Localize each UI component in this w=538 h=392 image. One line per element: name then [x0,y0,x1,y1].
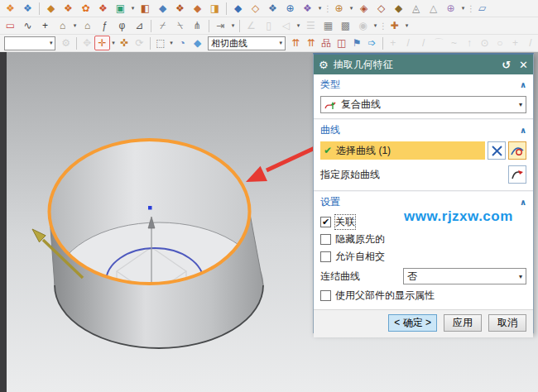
tb1-feature-icon-10[interactable]: ❖ [171,1,189,16]
tb3-point-on-curve-icon[interactable]: ✜ [117,36,132,50]
tb1-feature-icon-2[interactable]: ❖ [19,1,36,16]
toolbar-grip[interactable]: ⋮ [379,22,386,31]
tb2-datum-icon[interactable]: ✚ [386,18,403,33]
tb3-flag-icon[interactable]: ⚑ [349,36,364,50]
dropdown-arrow-icon[interactable]: ▾ [168,40,175,46]
tb3-dim-circle-icon[interactable]: ○ [492,36,507,50]
select-curve-field[interactable]: ✔ 选择曲线 (1) [320,141,485,160]
tb3-shaded-view-icon[interactable]: ◆ [190,36,204,50]
tb1-feature-icon-19[interactable]: ◈ [355,1,372,16]
tb2-angle-icon[interactable]: ∠ [243,18,260,33]
tb3-follow-fillet-icon[interactable]: ⇈ [303,36,318,50]
tb2-curve-icon-1[interactable]: ▭ [2,18,19,33]
tb2-profile-icon-2[interactable]: ⌂ [79,18,96,33]
tb2-mirror-icon[interactable]: ◁ [277,18,295,33]
selection-filter-combo[interactable]: ▾ [4,36,55,50]
tb1-feature-icon-25[interactable]: ▱ [473,1,491,16]
toolbar-grip[interactable]: ⋮ [324,4,330,13]
tb2-circle-icon[interactable]: φ [113,18,131,33]
tb1-feature-icon-3[interactable]: ◆ [42,1,60,16]
ok-button[interactable]: < 确定 > [388,314,437,332]
tb3-dim-plus-icon[interactable]: + [507,36,522,50]
tb2-pattern-icon[interactable]: ☰ [302,18,319,33]
chevron-up-icon[interactable]: ∧ [520,80,526,89]
parent-display-label[interactable]: 使用父部件的显示属性 [335,289,435,303]
tb3-dim-line-icon-3[interactable]: / [523,36,538,50]
tb1-feature-icon-15[interactable]: ❖ [264,1,281,16]
dropdown-arrow-icon[interactable]: ▾ [229,22,237,29]
tb1-feature-icon-5[interactable]: ✿ [77,1,94,16]
tb1-feature-icon-16[interactable]: ⊕ [281,1,299,16]
tb2-point-icon[interactable]: + [36,18,54,33]
tb1-feature-icon-17[interactable]: ❖ [299,1,316,16]
tb1-feature-icon-14[interactable]: ◇ [247,1,264,16]
toolbar-grip[interactable]: ⋮ [467,4,473,13]
tb1-feature-icon-4[interactable]: ❖ [60,1,77,16]
deselect-button[interactable] [488,141,506,160]
tb3-assembly-tree-icon[interactable]: 品 [319,36,334,50]
tb3-stop-at-intersection-icon[interactable]: ⇈ [288,36,303,50]
tb2-line-icon[interactable]: ⊿ [131,18,148,33]
curve-rule-combo[interactable]: 相切曲线▾ [208,36,286,50]
tb2-extend-icon[interactable]: ⋔ [189,18,206,33]
tb3-dim-arrow-icon[interactable]: ↑ [462,36,477,50]
dropdown-arrow-icon[interactable]: ▾ [71,22,79,29]
tb1-feature-icon-22[interactable]: ◬ [407,1,425,16]
tb3-dim-line-icon-1[interactable]: / [401,36,416,50]
tb1-feature-icon-13[interactable]: ◆ [229,1,247,16]
tb1-feature-icon-12[interactable]: ◨ [206,1,223,16]
parent-display-checkbox[interactable] [320,290,331,301]
tb1-feature-icon-9[interactable]: ◆ [154,1,171,16]
tb3-dim-spline-icon[interactable]: ~ [446,36,461,50]
dropdown-arrow-icon[interactable]: ▾ [129,5,137,12]
tb3-snap-point-icon[interactable]: ✛ [94,36,110,50]
tb3-gears-icon[interactable]: ⚙ [58,36,73,50]
tangent-curves-button[interactable] [508,141,526,160]
tb2-grid-icon-1[interactable]: ▦ [319,18,337,33]
tb3-dim-icon-1[interactable]: + [386,36,401,50]
associative-checkbox[interactable]: ✔ [320,217,331,227]
chevron-up-icon[interactable]: ∧ [520,126,526,135]
tb1-feature-icon-18[interactable]: ⊕ [330,1,348,16]
tb2-trim-icon-1[interactable]: ⌿ [154,18,171,33]
join-curves-combo[interactable]: 否 ▾ [403,268,526,284]
tb2-fillet-icon[interactable]: ƒ [96,18,113,33]
tb2-constraint-icon[interactable]: ◉ [354,18,372,33]
tb3-move-icon[interactable]: ✥ [79,36,94,50]
tb1-feature-icon-6[interactable]: ❖ [94,1,112,16]
tb2-spline-icon[interactable]: ∿ [19,18,36,33]
allow-self-intersect-label[interactable]: 允许自相交 [335,250,385,264]
tb3-dim-point-icon[interactable]: ⊙ [477,36,492,50]
tb1-feature-icon-21[interactable]: ◆ [390,1,407,16]
hide-original-checkbox[interactable] [320,234,331,245]
reset-icon[interactable]: ↺ [502,59,511,71]
close-icon[interactable]: ✕ [519,59,528,71]
dropdown-arrow-icon[interactable]: ▾ [459,5,467,12]
tb3-dim-arc-icon[interactable]: ⌒ [431,36,446,50]
tb3-forward-icon[interactable]: ➩ [364,36,379,50]
tb3-rotate-icon[interactable]: ⟳ [132,36,147,50]
tb1-feature-icon-8[interactable]: ◧ [137,1,154,16]
allow-self-intersect-checkbox[interactable] [320,251,331,262]
tb2-profile-icon[interactable]: ⌂ [54,18,71,33]
tb2-trim-icon-2[interactable]: ⍀ [171,18,189,33]
tb1-feature-icon-1[interactable]: ❖ [2,1,19,16]
tb1-feature-icon-23[interactable]: △ [425,1,442,16]
tb3-block-icon[interactable]: ◫ [334,36,348,50]
dropdown-arrow-icon[interactable]: ▾ [348,5,355,12]
dropdown-arrow-icon[interactable]: ▾ [295,22,302,29]
tb1-feature-icon-20[interactable]: ◇ [372,1,390,16]
tb1-feature-icon-11[interactable]: ◆ [189,1,206,16]
tb2-grid-icon-2[interactable]: ▩ [337,18,354,33]
specify-origin-curve-button[interactable] [508,165,526,184]
apply-button[interactable]: 应用 [444,314,482,332]
dropdown-arrow-icon[interactable]: ▾ [110,40,117,46]
cancel-button[interactable]: 取消 [488,314,526,332]
chevron-up-icon[interactable]: ∧ [520,198,526,207]
dropdown-arrow-icon[interactable]: ▾ [403,22,411,29]
tb2-offset-icon[interactable]: ⇥ [212,18,229,33]
associative-label[interactable]: 关联 [335,215,355,229]
tb3-render-sphere-icon[interactable]: ◔ [175,36,190,50]
dropdown-arrow-icon[interactable]: ▾ [316,5,324,12]
tb3-rectangle-select-icon[interactable]: ⬚ [153,36,168,50]
